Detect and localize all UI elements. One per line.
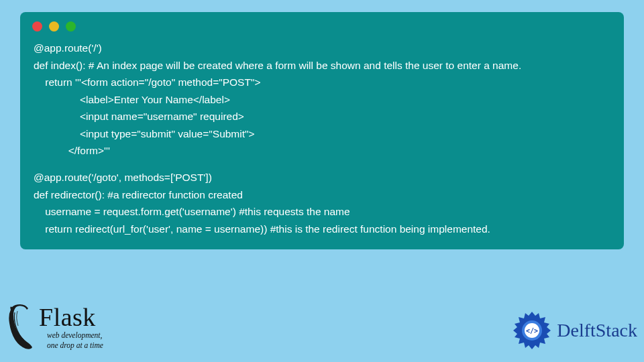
code-window: @app.route('/')def index(): # An index p… xyxy=(20,12,624,249)
flask-subtitle-1: web development, xyxy=(47,331,103,340)
delftstack-text: DelftStack xyxy=(557,320,637,341)
flask-title: Flask xyxy=(39,304,103,330)
flask-logo: Flask web development, one drop at a tim… xyxy=(5,303,103,351)
window-controls xyxy=(20,12,624,37)
code-line: <input type="submit" value="Submit"> xyxy=(34,125,610,143)
minimize-icon xyxy=(49,21,59,32)
code-line: username = request.form.get('username') … xyxy=(34,203,610,221)
code-line: return redirect(url_for('user', name = u… xyxy=(34,221,610,238)
delftstack-logo: </> DelftStack xyxy=(511,310,637,351)
delftstack-badge-icon: </> xyxy=(511,310,553,351)
code-content: @app.route('/')def index(): # An index p… xyxy=(20,37,624,237)
maximize-icon xyxy=(66,21,76,32)
flask-text: Flask web development, one drop at a tim… xyxy=(39,304,103,350)
flask-subtitle-2: one drop at a time xyxy=(47,341,103,350)
code-line: def index(): # An index page will be cre… xyxy=(34,57,610,74)
code-line: <input name="username" required> xyxy=(34,108,610,125)
code-line: @app.route('/') xyxy=(34,40,610,57)
footer: Flask web development, one drop at a tim… xyxy=(0,288,644,355)
code-line: @app.route('/goto', methods=['POST']) xyxy=(34,169,610,186)
code-line: return '''<form action="/goto" method="P… xyxy=(34,74,610,91)
code-line: def redirector(): #a redirector function… xyxy=(34,186,610,204)
close-icon xyxy=(32,21,42,32)
code-line: <label>Enter Your Name</label> xyxy=(34,91,610,109)
flask-horn-icon xyxy=(5,303,35,351)
code-line: </form>''' xyxy=(34,142,610,160)
svg-text:</>: </> xyxy=(526,327,538,335)
